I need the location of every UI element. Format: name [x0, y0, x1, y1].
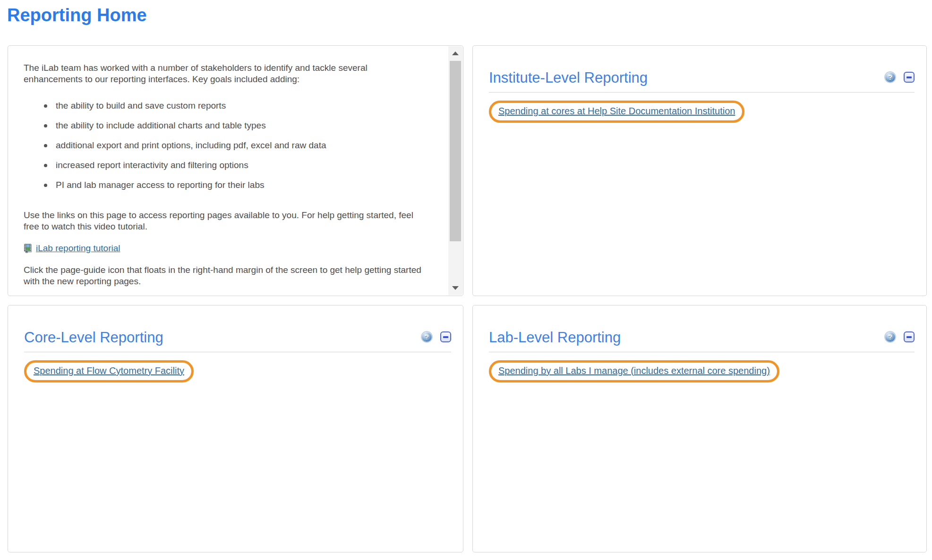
link-row: Spending at cores at Help Site Documenta…	[489, 101, 915, 123]
goal-item: PI and lab manager access to reporting f…	[44, 179, 426, 191]
collapse-icon[interactable]	[904, 72, 915, 83]
panel-header: Lab-Level Reporting	[489, 329, 915, 352]
panel-header-icons	[422, 329, 451, 342]
institute-reporting-panel: Institute-Level Reporting Spending at co…	[472, 45, 927, 296]
intro-paragraph-3: Click the page-guide icon that floats in…	[24, 264, 423, 287]
panel-header-icons	[885, 69, 915, 83]
section-title: Institute-Level Reporting	[489, 69, 648, 86]
highlight-annotation: Spending at Flow Cytometry Facility	[24, 360, 194, 382]
collapse-icon[interactable]	[440, 331, 451, 342]
tutorial-row: iLab reporting tutorial	[24, 243, 426, 256]
section-title: Core-Level Reporting	[24, 329, 163, 346]
institute-spending-report-link[interactable]: Spending at cores at Help Site Documenta…	[498, 106, 735, 116]
panels-grid: The iLab team has worked with a number o…	[8, 45, 932, 552]
collapse-icon[interactable]	[904, 331, 915, 342]
highlight-annotation: Spending by all Labs I manage (includes …	[489, 360, 779, 382]
lab-reporting-panel: Lab-Level Reporting Spending by all Labs…	[472, 305, 927, 552]
help-icon[interactable]	[885, 72, 895, 82]
link-row: Spending at Flow Cytometry Facility	[24, 360, 451, 382]
core-reporting-panel: Core-Level Reporting Spending at Flow Cy…	[8, 305, 463, 552]
help-icon[interactable]	[422, 332, 432, 342]
link-row: Spending by all Labs I manage (includes …	[489, 360, 915, 382]
section-title: Lab-Level Reporting	[489, 329, 621, 346]
video-icon[interactable]	[24, 244, 34, 254]
help-icon[interactable]	[885, 332, 895, 342]
intro-paragraph-1: The iLab team has worked with a number o…	[24, 62, 402, 85]
ilab-reporting-tutorial-link[interactable]: iLab reporting tutorial	[24, 243, 120, 254]
goal-item: the ability to build and save custom rep…	[44, 100, 426, 111]
panel-header-icons	[885, 329, 915, 342]
page-title: Reporting Home	[7, 5, 932, 25]
highlight-annotation: Spending at cores at Help Site Documenta…	[489, 101, 744, 123]
panel-header: Institute-Level Reporting	[489, 69, 915, 93]
intro-paragraph-2: Use the links on this page to access rep…	[24, 210, 426, 232]
scroll-up-arrow[interactable]	[448, 46, 462, 60]
goal-item: additional export and print options, inc…	[44, 140, 426, 151]
scroll-down-arrow[interactable]	[448, 281, 462, 295]
intro-scrollbar[interactable]	[448, 46, 462, 295]
panel-header: Core-Level Reporting	[24, 329, 451, 352]
goals-list: the ability to build and save custom rep…	[24, 100, 426, 191]
tutorial-link-label[interactable]: iLab reporting tutorial	[36, 243, 120, 254]
goal-item: increased report interactivity and filte…	[44, 160, 426, 171]
lab-spending-report-link[interactable]: Spending by all Labs I manage (includes …	[498, 365, 770, 376]
core-spending-report-link[interactable]: Spending at Flow Cytometry Facility	[34, 365, 184, 376]
intro-panel: The iLab team has worked with a number o…	[8, 45, 463, 296]
goal-item: the ability to include additional charts…	[44, 120, 426, 131]
scrollbar-thumb[interactable]	[450, 61, 461, 241]
